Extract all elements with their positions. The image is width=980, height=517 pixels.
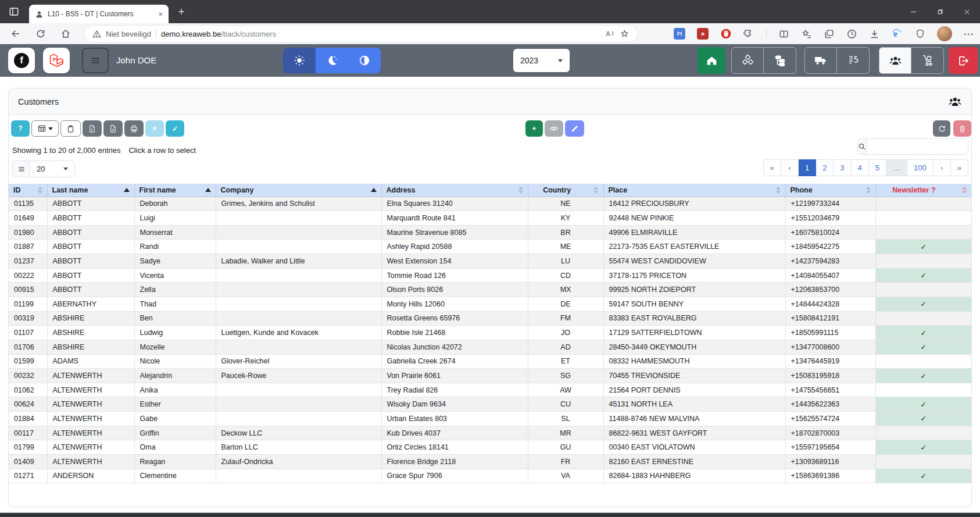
ie-mode-icon[interactable]: e: [892, 28, 903, 40]
table-row[interactable]: 00117ALTENWERTHGriffinDeckow LLCKub Driv…: [9, 426, 971, 440]
page-100[interactable]: 100: [907, 159, 933, 176]
year-select[interactable]: 2023: [513, 49, 570, 72]
table-row[interactable]: 01271ANDERSONClementineGrace Spur 7906VA…: [9, 469, 971, 483]
column-header-last-name[interactable]: Last name: [47, 184, 134, 197]
table-row[interactable]: 01107ABSHIRELudwigLuettgen, Kunde and Ko…: [9, 326, 971, 340]
collections-icon[interactable]: [824, 28, 835, 40]
column-header-place[interactable]: Place: [603, 184, 785, 197]
table-row[interactable]: 01884ALTENWERTHGabeUrban Estates 803SL11…: [9, 412, 971, 426]
home-module-button[interactable]: [698, 47, 725, 74]
address-bar[interactable]: Niet beveiligd demo.kreaweb.be/back/cust…: [85, 26, 637, 42]
cell-last: ABBOTT: [47, 254, 134, 269]
downloads-icon[interactable]: [869, 28, 880, 40]
reload-table-button[interactable]: [933, 120, 950, 137]
page-4[interactable]: 4: [852, 159, 869, 176]
table-row[interactable]: 00319ABSHIREBenRosetta Greens 65976FM833…: [9, 311, 971, 326]
sidebar-menu-button[interactable]: [82, 48, 109, 73]
column-header-address[interactable]: Address: [381, 184, 528, 197]
apply-filter-button[interactable]: ✓: [166, 120, 184, 137]
split-screen-icon[interactable]: [778, 28, 789, 40]
table-row[interactable]: 01649ABBOTTLuigiMarquardt Route 841KY924…: [9, 211, 971, 226]
page-next[interactable]: ›: [933, 159, 951, 176]
theme-dark-button[interactable]: [316, 48, 348, 73]
table-row[interactable]: 01599ADAMSNicoleGlover-ReichelGabriella …: [9, 354, 971, 369]
column-header-newsletter[interactable]: Newsletter ?: [875, 184, 971, 197]
home-icon[interactable]: [60, 28, 71, 39]
table-row[interactable]: 00624ALTENWERTHEstherWisoky Dam 9634CU45…: [9, 397, 971, 412]
column-visibility-button[interactable]: [31, 120, 59, 137]
categories-button[interactable]: [764, 47, 796, 74]
print-button[interactable]: [124, 120, 144, 137]
logout-button[interactable]: [949, 47, 978, 74]
theme-light-button[interactable]: [283, 48, 316, 73]
security-label[interactable]: Niet beveiligd: [106, 30, 151, 38]
column-header-country[interactable]: Country: [528, 184, 603, 197]
shield-icon[interactable]: [915, 28, 925, 39]
extensions-puzzle-icon[interactable]: [743, 28, 754, 40]
minimize-button[interactable]: [900, 0, 927, 23]
page-5[interactable]: 5: [869, 159, 886, 176]
page-length-select[interactable]: 20: [30, 161, 74, 177]
reload-icon[interactable]: [35, 28, 46, 39]
table-row[interactable]: 01799ALTENWERTHOmaBarton LLCOrtiz Circle…: [9, 440, 971, 455]
clear-filter-button[interactable]: ×: [145, 120, 164, 137]
column-header-id[interactable]: ID: [9, 184, 47, 197]
page-prev[interactable]: ‹: [781, 159, 799, 176]
tab-actions-button[interactable]: [7, 5, 21, 18]
page-first[interactable]: «: [763, 159, 781, 176]
copy-button[interactable]: [60, 120, 81, 137]
page-3[interactable]: 3: [834, 159, 851, 176]
page-2[interactable]: 2: [816, 159, 834, 176]
excel-export-button[interactable]: [103, 120, 123, 137]
table-row[interactable]: 01980ABBOTTMonserratMaurine Stravenue 80…: [9, 225, 971, 240]
table-row[interactable]: 00232ALTENWERTHAlejandrinPaucek-RoweVon …: [9, 369, 971, 383]
table-row[interactable]: 01409ALTENWERTHReaganZulauf-OndrickaFlor…: [9, 455, 971, 469]
tab-close-icon[interactable]: ×: [158, 10, 163, 18]
column-header-phone[interactable]: Phone: [785, 184, 875, 197]
back-icon[interactable]: [10, 28, 21, 39]
cell-phone: +16075810024: [785, 225, 875, 240]
cell-last: ABBOTT: [47, 268, 134, 283]
profile-avatar[interactable]: [937, 26, 952, 41]
new-tab-button[interactable]: [176, 6, 187, 17]
table-row[interactable]: 01062ALTENWERTHAnikaTrey Radial 826AW215…: [9, 383, 971, 397]
forward-extension-icon[interactable]: »: [697, 28, 709, 40]
favorite-star-icon[interactable]: [620, 29, 630, 39]
products-button[interactable]: [731, 47, 764, 74]
view-record-button[interactable]: [545, 120, 563, 137]
edit-record-button[interactable]: [565, 120, 584, 137]
settings-more-icon[interactable]: ···: [964, 29, 974, 39]
facebook-button[interactable]: f: [8, 48, 35, 73]
delete-record-button[interactable]: [953, 120, 971, 137]
browser-tab[interactable]: L10 - BS5 - DT | Customers ×: [29, 5, 169, 23]
help-button[interactable]: ?: [11, 120, 30, 137]
favorites-bar-icon[interactable]: [801, 28, 812, 40]
table-row[interactable]: 01887ABBOTTRandiAshley Rapid 20588ME2217…: [9, 240, 971, 254]
invoices-button[interactable]: [837, 47, 870, 74]
page-1[interactable]: 1: [799, 159, 816, 176]
pdf-export-button[interactable]: [83, 120, 102, 137]
table-row[interactable]: 00915ABBOTTZellaOlson Ports 8026MX99925 …: [9, 283, 971, 297]
table-info-row: Showing 1 to 20 of 2,000 entries Click a…: [12, 146, 196, 155]
read-aloud-icon[interactable]: A: [605, 28, 615, 39]
restore-button[interactable]: [927, 0, 953, 23]
adblock-hand-icon[interactable]: [720, 28, 732, 40]
table-row[interactable]: 01135ABBOTTDeborahGrimes, Jenkins and Sc…: [9, 197, 971, 211]
column-header-company[interactable]: Company: [216, 184, 381, 197]
add-record-button[interactable]: +: [525, 120, 543, 137]
table-row[interactable]: 01237ABBOTTSadyeLabadie, Walker and Litt…: [9, 254, 971, 269]
theme-auto-button[interactable]: [348, 48, 381, 73]
laravel-button[interactable]: [43, 48, 70, 73]
suppliers-button[interactable]: [804, 47, 837, 74]
column-header-first-name[interactable]: First name: [134, 184, 216, 197]
table-row[interactable]: 00222ABBOTTVicentaTommie Road 126CD37178…: [9, 268, 971, 283]
close-window-button[interactable]: [953, 0, 980, 23]
search-input[interactable]: [867, 139, 968, 154]
page-last[interactable]: »: [951, 159, 968, 176]
history-icon[interactable]: [846, 28, 857, 40]
table-row[interactable]: 01706ABSHIREMozelleNicolas Junction 4207…: [9, 340, 971, 354]
table-row[interactable]: 01199ABERNATHYThadMonty Hills 12060DE591…: [9, 297, 971, 311]
customers-button[interactable]: [879, 47, 911, 74]
deliveries-button[interactable]: [911, 47, 944, 74]
fi-extension-icon[interactable]: FI: [674, 28, 685, 40]
